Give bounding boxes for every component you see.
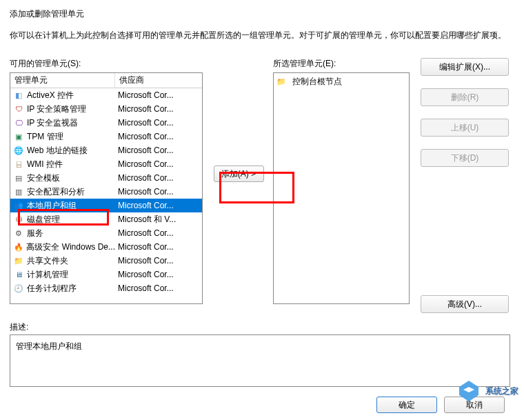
snapin-vendor: Microsoft Cor... bbox=[115, 90, 202, 100]
snapin-icon: ⛁ bbox=[13, 214, 24, 225]
snapin-name: ActiveX 控件 bbox=[27, 90, 74, 101]
snapin-icon: 🖵 bbox=[13, 117, 24, 128]
snapin-icon: ◧ bbox=[13, 90, 24, 101]
snapin-name: 安全配置和分析 bbox=[27, 186, 85, 198]
snapin-icon: ⚙ bbox=[13, 228, 24, 239]
description-label: 描述: bbox=[10, 321, 514, 333]
move-up-button: 上移(U) bbox=[421, 119, 509, 137]
snapin-name: 计算机管理 bbox=[27, 269, 68, 281]
list-item[interactable]: ▣TPM 管理Microsoft Cor... bbox=[10, 130, 202, 143]
instruction-text: 你可以在计算机上为此控制台选择可用的管理单元并配置所选的一组管理单元。对于可扩展… bbox=[10, 30, 514, 41]
list-item[interactable]: ⛁磁盘管理Microsoft 和 V... bbox=[10, 212, 202, 226]
snapin-name: 本地用户和组 bbox=[27, 200, 77, 212]
advanced-button[interactable]: 高级(V)... bbox=[421, 295, 509, 313]
column-name[interactable]: 管理单元 bbox=[10, 73, 115, 88]
snapin-name: TPM 管理 bbox=[27, 131, 63, 143]
list-item[interactable]: 👥本地用户和组Microsoft Cor... bbox=[10, 199, 202, 212]
snapin-name: WMI 控件 bbox=[27, 159, 63, 170]
ok-button[interactable]: 确定 bbox=[376, 397, 437, 413]
remove-button: 删除(R) bbox=[421, 88, 509, 106]
list-item[interactable]: 🖵IP 安全监视器Microsoft Cor... bbox=[10, 116, 202, 130]
snapin-name: IP 安全监视器 bbox=[27, 117, 78, 129]
snapin-vendor: Microsoft Cor... bbox=[115, 104, 202, 114]
snapin-icon: 📁 bbox=[13, 255, 24, 266]
list-item[interactable]: 📁共享文件夹Microsoft Cor... bbox=[10, 254, 202, 268]
snapin-vendor: Microsoft 和 V... bbox=[115, 214, 202, 226]
available-header: 管理单元 供应商 bbox=[10, 73, 202, 88]
dialog-title: 添加或删除管理单元 bbox=[10, 8, 514, 20]
list-item[interactable]: ▤安全模板Microsoft Cor... bbox=[10, 171, 202, 185]
snapin-icon: ▤ bbox=[13, 172, 24, 183]
list-item[interactable]: ⌸WMI 控件Microsoft Cor... bbox=[10, 157, 202, 171]
list-item[interactable]: 🕘任务计划程序Microsoft Cor... bbox=[10, 281, 202, 295]
folder-icon: 📁 bbox=[276, 76, 287, 87]
list-item[interactable]: ⚙服务Microsoft Cor... bbox=[10, 226, 202, 240]
snapin-vendor: Microsoft Cor... bbox=[115, 173, 202, 183]
list-item[interactable]: 🌐Web 地址的链接Microsoft Cor... bbox=[10, 143, 202, 157]
snapin-name: 安全模板 bbox=[27, 172, 60, 184]
snapin-vendor: Microsoft Cor... bbox=[115, 159, 202, 169]
tree-root-label: 控制台根节点 bbox=[292, 76, 342, 88]
list-item[interactable]: 🔥高级安全 Windows De...Microsoft Cor... bbox=[10, 240, 202, 254]
snapin-icon: 🕘 bbox=[13, 283, 24, 294]
selected-label: 所选管理单元(E): bbox=[273, 58, 410, 70]
snapin-icon: 🌐 bbox=[13, 145, 24, 156]
snapin-vendor: Microsoft Cor... bbox=[115, 187, 202, 197]
snapin-vendor: Microsoft Cor... bbox=[115, 132, 202, 141]
snapin-vendor: Microsoft Cor... bbox=[115, 283, 202, 293]
snapin-name: 高级安全 Windows De... bbox=[26, 241, 115, 253]
snapin-vendor: Microsoft Cor... bbox=[115, 228, 202, 238]
snapin-vendor: Microsoft Cor... bbox=[115, 270, 202, 279]
description-box: 管理本地用户和组 bbox=[10, 334, 510, 387]
snapin-icon: 🛡 bbox=[13, 103, 24, 114]
list-item[interactable]: ◧ActiveX 控件Microsoft Cor... bbox=[10, 88, 202, 102]
snapin-name: IP 安全策略管理 bbox=[27, 103, 86, 115]
tree-root[interactable]: 📁 控制台根节点 bbox=[276, 75, 407, 88]
list-item[interactable]: 🛡IP 安全策略管理Microsoft Cor... bbox=[10, 102, 202, 116]
snapin-name: Web 地址的链接 bbox=[27, 145, 88, 157]
snapin-vendor: Microsoft Cor... bbox=[115, 146, 202, 155]
snapin-icon: ⌸ bbox=[13, 159, 24, 170]
snapin-icon: ▣ bbox=[13, 131, 24, 142]
snapin-icon: 🔥 bbox=[13, 241, 23, 252]
column-vendor[interactable]: 供应商 bbox=[115, 73, 202, 88]
available-label: 可用的管理单元(S): bbox=[10, 58, 204, 70]
snapin-icon: 🖥 bbox=[13, 269, 24, 280]
selected-treeview[interactable]: 📁 控制台根节点 bbox=[273, 72, 410, 304]
snapin-vendor: Microsoft Cor... bbox=[115, 242, 202, 252]
available-listview[interactable]: 管理单元 供应商 ◧ActiveX 控件Microsoft Cor...🛡IP … bbox=[10, 72, 203, 304]
snapin-icon: ▥ bbox=[13, 186, 24, 197]
add-button[interactable]: 添加(A) > bbox=[214, 166, 264, 182]
move-down-button: 下移(D) bbox=[421, 149, 509, 167]
snapin-name: 服务 bbox=[27, 228, 43, 239]
description-text: 管理本地用户和组 bbox=[16, 341, 82, 351]
snapin-vendor: Microsoft Cor... bbox=[115, 118, 202, 128]
edit-extensions-button[interactable]: 编辑扩展(X)... bbox=[421, 58, 509, 76]
list-item[interactable]: 🖥计算机管理Microsoft Cor... bbox=[10, 268, 202, 281]
snapin-name: 共享文件夹 bbox=[27, 255, 68, 267]
snapin-icon: 👥 bbox=[13, 200, 24, 211]
list-item[interactable]: ▥安全配置和分析Microsoft Cor... bbox=[10, 185, 202, 199]
snapin-vendor: Microsoft Cor... bbox=[115, 201, 202, 210]
snapin-vendor: Microsoft Cor... bbox=[115, 256, 202, 266]
snapin-name: 任务计划程序 bbox=[27, 283, 77, 294]
snapin-name: 磁盘管理 bbox=[27, 214, 60, 226]
cancel-button[interactable]: 取消 bbox=[444, 397, 505, 413]
